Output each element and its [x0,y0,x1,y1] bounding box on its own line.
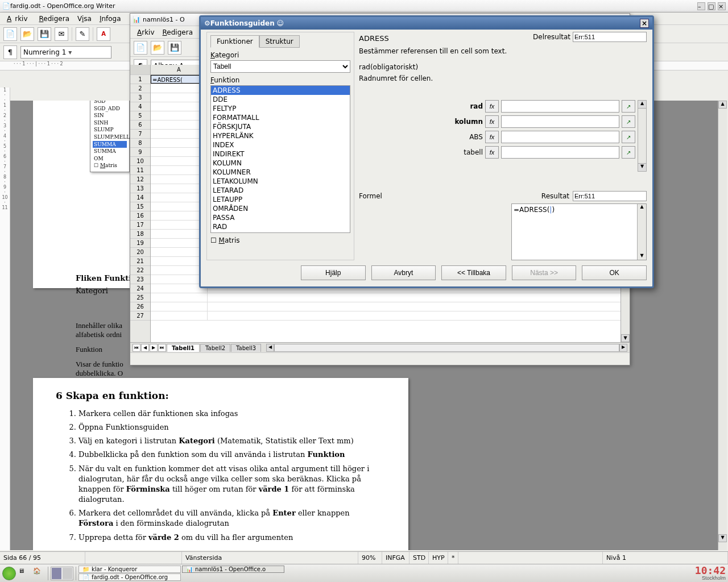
function-list-item[interactable]: LETAUPP [211,195,350,204]
cancel-button[interactable]: Avbryt [371,265,436,280]
popup-item[interactable]: SIN [93,112,127,119]
open-button[interactable]: 📂 [151,41,164,55]
close-icon[interactable]: × [640,19,649,28]
row-header[interactable]: 13 [130,184,150,193]
tab-nav[interactable]: ⏮ ◀ ▶ ⏭ [133,344,167,352]
function-list-item[interactable]: KOLUMN [211,159,350,168]
grid-row[interactable] [151,311,630,321]
shrink-button[interactable]: ↗ [622,115,635,128]
taskbar-task[interactable]: 📊 namnlös1 - OpenOffice.o [182,566,284,573]
tab-first-icon[interactable]: ⏮ [133,344,140,352]
row-header[interactable]: 18 [130,230,150,239]
row-header[interactable]: 7 [130,130,150,139]
function-list-item[interactable]: LETARAD [211,186,350,195]
taskbar-task[interactable]: 📄 fardig.odt - OpenOffice.org [78,573,181,581]
tab-last-icon[interactable]: ⏭ [158,344,166,352]
grid-row[interactable] [151,293,630,302]
fx-button[interactable]: fx [485,115,499,128]
shrink-button[interactable]: ↗ [622,146,635,159]
status-pagestyle[interactable]: Vänstersida [182,552,358,564]
menu-redigera[interactable]: Redigera [159,27,196,38]
clock[interactable]: 10:42 Stockholm [695,566,726,581]
writer-vscrollbar[interactable]: ▲ ▼ [718,101,727,550]
tab-prev-icon[interactable]: ◀ [141,344,149,352]
function-list-item[interactable]: DDE [211,95,350,104]
open-button[interactable]: 📂 [20,27,34,41]
tab-tabell3[interactable]: Tabell3 [231,344,261,352]
row-header[interactable]: 6 [130,120,150,130]
wizard-titlebar[interactable]: ⚙ Funktionsguiden ☺ × [201,17,652,30]
menu-arkiv[interactable]: Arkiv [3,14,35,24]
calc-sheet-tabs[interactable]: ⏮ ◀ ▶ ⏭ Tabell1 Tabell2 Tabell3 ◀▶ [130,342,630,352]
row-header[interactable]: 20 [130,248,150,257]
calc-hscrollbar[interactable]: ◀▶ [266,343,627,352]
function-list-item[interactable]: FORMATMALL [211,113,350,122]
args-scrollbar[interactable]: ▲▼ [638,100,647,172]
popup-item[interactable]: SINH [93,119,127,127]
row-header[interactable]: 22 [130,266,150,275]
row-header[interactable]: 3 [130,93,150,102]
menu-visa[interactable]: Visa [74,14,95,24]
pdf-button[interactable]: A [97,27,110,41]
row-header[interactable]: 26 [130,302,150,311]
menu-arkiv[interactable]: Arkiv [134,27,158,38]
arg-input-abs[interactable] [501,131,619,143]
taskbar[interactable]: 🖥 🏠 📁 klar - Konqueror 📊 namnlös1 - Open… [0,564,728,582]
formula-autocomplete-popup[interactable]: SGD SGD_ADD SIN SINH SLUMP SLUMP.MELLAN … [90,101,130,172]
status-hyp[interactable]: HYP [429,552,448,564]
function-listbox[interactable]: ADRESSDDEFELTYPFORMATMALLFÖRSKJUTAHYPERL… [210,85,350,233]
save-button[interactable]: 💾 [38,27,51,41]
minimize-button[interactable]: – [697,2,705,10]
popup-item[interactable]: SLUMP.MELLAN [93,134,127,141]
taskbar-task[interactable]: 📁 klar - Konqueror [78,566,181,573]
row-header[interactable]: 10 [130,157,150,166]
function-list-item[interactable]: INDIREKT [211,149,350,159]
style-button[interactable]: ¶ [3,45,17,59]
matrix-checkbox[interactable]: ☐ Matris [210,236,350,244]
cell[interactable] [151,302,208,311]
row-header[interactable]: 12 [130,175,150,184]
function-list-item[interactable]: OMRÅDEN [211,204,350,213]
function-list-item[interactable]: HYPERLÄNK [211,131,350,140]
row-header[interactable]: 14 [130,193,150,202]
row-header[interactable]: 15 [130,202,150,211]
mail-button[interactable]: ✉ [55,27,68,41]
new-button[interactable]: 📄 [3,27,17,41]
arg-input-rad[interactable] [501,100,619,113]
next-button[interactable]: Nästa >> [512,265,577,280]
row-header[interactable]: 17 [130,221,150,230]
popup-item[interactable]: SUMMA OM [93,148,127,162]
status-std[interactable]: STD [410,552,429,564]
grid-row[interactable] [151,302,630,311]
row-header[interactable]: 27 [130,311,150,321]
row-header[interactable]: 24 [130,284,150,293]
close-button[interactable]: × [718,2,726,10]
edit-button[interactable]: ✎ [76,27,89,41]
back-button[interactable]: << Tillbaka [441,265,506,280]
arg-input-kolumn[interactable] [501,115,619,128]
pager[interactable] [51,567,73,580]
arg-input-tabell[interactable] [501,146,619,159]
shrink-button[interactable]: ↗ [622,131,635,143]
function-list-item[interactable]: PASSA [211,213,350,222]
fx-button[interactable]: fx [485,146,499,159]
row-header[interactable]: 4 [130,102,150,111]
formula-textarea[interactable]: =ADRESS(|) ▲ ▼ [511,203,647,260]
row-header[interactable]: 21 [130,257,150,266]
row-header[interactable]: 23 [130,275,150,284]
function-list-item[interactable]: INDEX [211,140,350,149]
row-header[interactable]: 2 [130,84,150,93]
popup-item[interactable]: SLUMP [93,126,127,134]
function-list-item[interactable]: FÖRSKJUTA [211,122,350,131]
menu-infoga[interactable]: Infoga [96,14,125,24]
fx-button[interactable]: fx [485,100,499,113]
new-button[interactable]: 📄 [134,41,147,55]
row-header[interactable]: 5 [130,111,150,120]
row-header[interactable]: 11 [130,166,150,175]
tab-struktur[interactable]: Struktur [259,35,300,48]
popup-matris-checkbox[interactable]: ☐ Matris [93,162,127,169]
shrink-button[interactable]: ↗ [622,100,635,113]
function-list-item[interactable]: KOLUMNER [211,168,350,177]
tab-tabell1[interactable]: Tabell1 [167,344,200,352]
cell[interactable] [151,311,208,320]
